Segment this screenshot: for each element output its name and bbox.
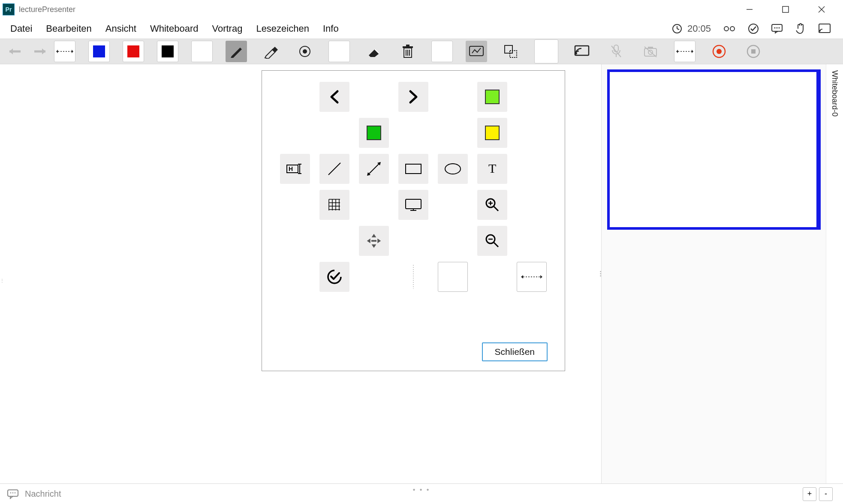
screen-share-button[interactable] xyxy=(571,41,593,62)
mic-off-button[interactable] xyxy=(605,41,627,62)
maximize-icon[interactable] xyxy=(777,3,794,16)
undo-button[interactable] xyxy=(4,41,26,62)
sidebar-right: ••• Whiteboard-0 xyxy=(601,64,843,483)
svg-point-68 xyxy=(373,240,375,242)
svg-text:H: H xyxy=(289,165,293,172)
extend-arrows-button[interactable] xyxy=(517,262,547,292)
menu-datei[interactable]: Datei xyxy=(3,20,39,38)
red-swatch xyxy=(127,45,139,57)
svg-rect-41 xyxy=(751,49,756,54)
shape-empty1-button[interactable] xyxy=(328,41,350,62)
viewport-button[interactable] xyxy=(466,41,487,62)
svg-line-6 xyxy=(677,29,679,30)
menu-ansicht[interactable]: Ansicht xyxy=(99,20,143,38)
svg-rect-16 xyxy=(272,47,278,53)
select-area-button[interactable] xyxy=(500,41,521,62)
zoom-in-bottom-button[interactable]: + xyxy=(803,487,816,501)
ellipse-button[interactable] xyxy=(438,154,468,184)
toolbar xyxy=(0,39,843,64)
eraser-button[interactable] xyxy=(363,41,384,62)
svg-line-48 xyxy=(369,164,379,174)
highlighter-button[interactable] xyxy=(260,41,281,62)
pan-button[interactable] xyxy=(359,226,389,256)
stop-button[interactable] xyxy=(743,41,764,62)
menu-lesezeichen[interactable]: Lesezeichen xyxy=(249,20,316,38)
menu-vortrag[interactable]: Vortrag xyxy=(205,20,249,38)
svg-text:T: T xyxy=(488,162,496,175)
empty-box-button[interactable] xyxy=(438,262,468,292)
close-icon[interactable] xyxy=(813,3,830,16)
message-label[interactable]: Nachricht xyxy=(25,489,61,499)
canvas-area[interactable]: ⋮ H xyxy=(0,64,601,483)
drag-handle-right-icon[interactable]: ••• xyxy=(600,271,601,277)
confirm-button[interactable] xyxy=(319,262,349,292)
record-button[interactable] xyxy=(708,41,730,62)
color-yellow-button[interactable] xyxy=(477,118,507,148)
color-blue-button[interactable] xyxy=(88,41,110,62)
lime-swatch xyxy=(485,90,500,104)
extend-page-button[interactable] xyxy=(54,41,75,62)
minimize-icon[interactable] xyxy=(741,3,758,16)
clock-icon xyxy=(672,24,682,34)
width-arrows-button[interactable] xyxy=(674,41,695,62)
shape-empty2-button[interactable] xyxy=(431,41,453,62)
zoom-out-button[interactable] xyxy=(477,226,507,256)
monitor-button[interactable] xyxy=(398,190,428,220)
svg-point-39 xyxy=(717,49,722,54)
laser-button[interactable] xyxy=(294,41,316,62)
pen-button[interactable] xyxy=(226,41,247,62)
menu-info[interactable]: Info xyxy=(316,20,346,38)
color-red-button[interactable] xyxy=(123,41,144,62)
redo-button[interactable] xyxy=(29,41,51,62)
svg-point-67 xyxy=(372,240,373,242)
big-empty-button[interactable] xyxy=(534,39,558,63)
slide-thumbnail[interactable] xyxy=(607,69,821,230)
black-swatch xyxy=(162,45,174,57)
svg-rect-1 xyxy=(783,6,789,12)
cast-icon[interactable] xyxy=(818,23,831,34)
zoom-out-bottom-button[interactable]: - xyxy=(819,487,833,501)
prev-button[interactable] xyxy=(319,82,349,112)
app-title: lecturePresenter xyxy=(19,5,75,14)
audience-icon[interactable] xyxy=(723,24,736,33)
svg-point-29 xyxy=(575,53,577,54)
tool-palette-popup: H T xyxy=(262,70,565,371)
camera-off-button[interactable] xyxy=(640,41,661,62)
zoom-in-button[interactable] xyxy=(477,190,507,220)
whiteboard-tab[interactable]: Whiteboard-0 xyxy=(826,64,843,483)
svg-rect-20 xyxy=(403,46,413,48)
chat-icon[interactable] xyxy=(771,24,783,34)
hand-icon[interactable] xyxy=(795,23,806,35)
drag-handle-bottom-icon[interactable]: • • • xyxy=(413,486,431,494)
svg-point-11 xyxy=(774,27,776,29)
svg-rect-21 xyxy=(406,45,409,46)
color-custom-button[interactable] xyxy=(191,41,213,62)
svg-point-12 xyxy=(777,27,778,29)
color-lime-button[interactable] xyxy=(477,82,507,112)
svg-point-77 xyxy=(12,492,14,493)
trash-button[interactable] xyxy=(397,41,418,62)
svg-rect-60 xyxy=(406,199,421,209)
next-button[interactable] xyxy=(398,82,428,112)
svg-rect-26 xyxy=(505,45,512,53)
menu-bearbeiten[interactable]: Bearbeiten xyxy=(39,20,98,38)
arrow-line-button[interactable] xyxy=(359,154,389,184)
line-button[interactable] xyxy=(319,154,349,184)
rectangle-button[interactable] xyxy=(398,154,428,184)
message-icon[interactable] xyxy=(7,489,19,499)
drag-handle-left-icon[interactable]: ⋮ xyxy=(0,274,4,287)
svg-line-64 xyxy=(494,207,498,211)
svg-point-50 xyxy=(445,164,461,174)
text-highlight-button[interactable]: H xyxy=(280,154,310,184)
color-black-button[interactable] xyxy=(157,41,178,62)
color-green-button[interactable] xyxy=(359,118,389,148)
titlebar: Pr lecturePresenter xyxy=(0,0,843,19)
popup-close-button[interactable]: Schließen xyxy=(482,342,548,361)
grid-button[interactable] xyxy=(319,190,349,220)
menu-whiteboard[interactable]: Whiteboard xyxy=(143,20,205,38)
yellow-swatch xyxy=(485,126,500,140)
text-button[interactable]: T xyxy=(477,154,507,184)
svg-point-69 xyxy=(375,240,376,242)
check-icon[interactable] xyxy=(748,23,759,34)
zoom-controls: + - xyxy=(803,487,836,501)
